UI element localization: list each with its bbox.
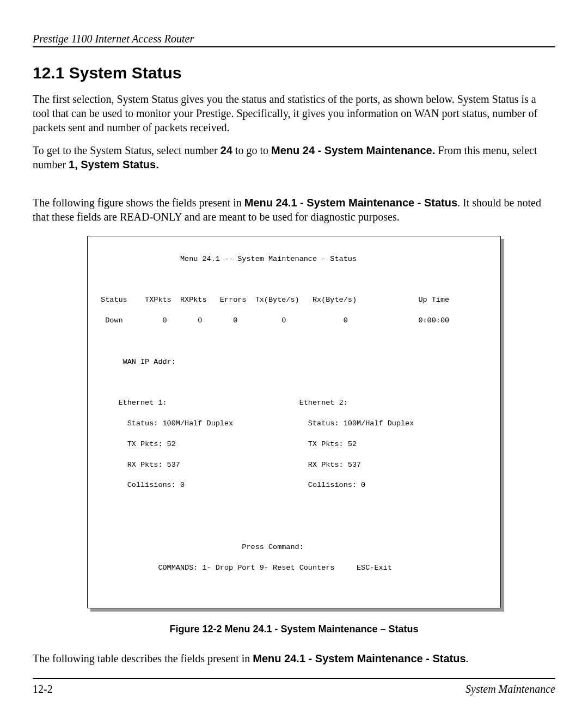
para4-tail: . [466, 652, 469, 664]
para2-mid: to go to [232, 144, 271, 156]
page-footer: 12-2 System Maintenance [33, 683, 555, 695]
fig-coll-line: Collisions: 0 Collisions: 0 [96, 480, 492, 491]
section-heading: 12.1 System Status [33, 64, 555, 82]
fig-header-line: Status TXPkts RXPkts Errors Tx(Byte/s) R… [96, 295, 492, 306]
para3-prefix: The following figure shows the fields pr… [33, 197, 244, 209]
paragraph-2: To get to the System Status, select numb… [33, 143, 555, 172]
para3-bold: Menu 24.1 - System Maintenance - Status [244, 197, 457, 209]
fig-commands-line: COMMANDS: 1- Drop Port 9- Reset Counters… [96, 563, 492, 573]
para2-bold-menu: Menu 24 - System Maintenance. [271, 144, 435, 156]
para2-prefix: To get to the System Status, select numb… [33, 144, 220, 156]
footer-rule [33, 678, 555, 679]
figure-terminal-screenshot: Menu 24.1 -- System Maintenance – Status… [87, 236, 501, 608]
header-rule [33, 46, 555, 47]
fig-press-line: Press Command: [96, 542, 492, 553]
fig-data-line: Down 0 0 0 0 0 0:00:00 [96, 316, 492, 326]
footer-page-number: 12-2 [33, 683, 53, 695]
para4-bold: Menu 24.1 - System Maintenance - Status [253, 652, 465, 664]
footer-section-name: System Maintenance [465, 683, 555, 695]
fig-eth-header: Ethernet 1: Ethernet 2: [96, 398, 492, 408]
paragraph-1: The first selection, System Status gives… [33, 92, 555, 135]
fig-rx-line: RX Pkts: 537 RX Pkts: 537 [96, 460, 492, 471]
fig-title-line: Menu 24.1 -- System Maintenance – Status [96, 254, 492, 265]
para2-bold-status: 1, System Status. [69, 158, 159, 170]
paragraph-3: The following figure shows the fields pr… [33, 196, 555, 224]
figure-box: Menu 24.1 -- System Maintenance – Status… [87, 236, 501, 608]
paragraph-4: The following table describes the fields… [33, 651, 555, 666]
fig-wan-line: WAN IP Addr: [96, 357, 492, 368]
fig-status-line: Status: 100M/Half Duplex Status: 100M/Ha… [96, 419, 492, 429]
page-header-title: Prestige 1100 Internet Access Router [33, 33, 555, 45]
para2-bold-24: 24 [220, 144, 232, 156]
figure-caption: Figure 12-2 Menu 24.1 - System Maintenan… [33, 624, 555, 635]
para4-prefix: The following table describes the fields… [33, 652, 253, 664]
fig-tx-line: TX Pkts: 52 TX Pkts: 52 [96, 440, 492, 450]
